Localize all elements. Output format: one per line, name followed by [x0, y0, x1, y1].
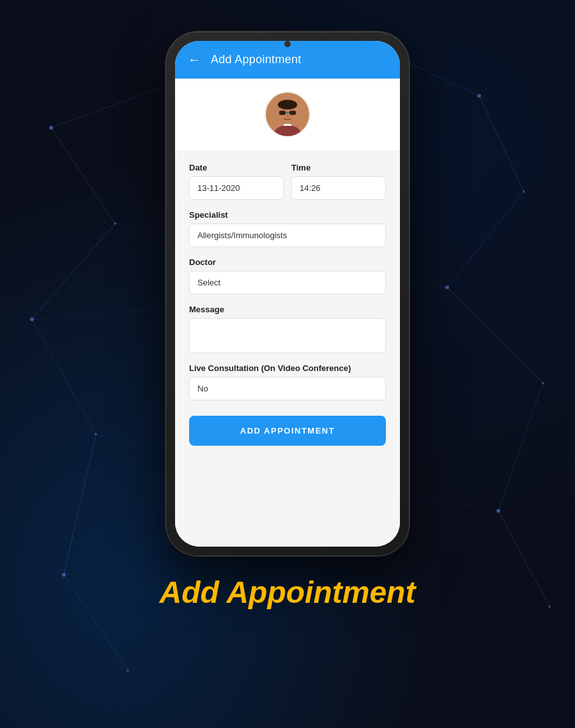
svg-point-6: [477, 94, 481, 98]
phone-shell: ← Add Appointment: [166, 32, 409, 556]
consultation-select[interactable]: No Yes: [189, 377, 386, 400]
doctor-group: Doctor Select: [189, 257, 386, 294]
svg-line-17: [64, 434, 96, 575]
phone-device: ← Add Appointment: [166, 32, 409, 556]
svg-point-8: [445, 285, 449, 289]
consultation-group: Live Consultation (On Video Conference) …: [189, 363, 386, 400]
svg-line-14: [51, 128, 115, 224]
svg-point-7: [523, 190, 525, 193]
svg-point-5: [126, 669, 129, 672]
back-button[interactable]: ←: [188, 52, 201, 67]
date-label: Date: [189, 163, 284, 172]
time-group: Time: [291, 163, 386, 200]
add-appointment-button[interactable]: ADD APPOINTMENT: [189, 416, 386, 446]
doctor-select[interactable]: Select: [189, 271, 386, 294]
svg-rect-37: [289, 110, 296, 115]
avatar: [264, 91, 310, 137]
svg-point-3: [95, 433, 97, 436]
svg-rect-36: [279, 110, 286, 115]
svg-line-22: [479, 96, 524, 192]
date-input[interactable]: [189, 176, 284, 200]
svg-point-10: [496, 509, 500, 513]
svg-point-39: [286, 114, 289, 118]
phone-screen: ← Add Appointment: [175, 41, 400, 547]
doctor-label: Doctor: [189, 257, 386, 267]
date-group: Date: [189, 163, 284, 200]
consultation-label: Live Consultation (On Video Conference): [189, 363, 386, 373]
specialist-group: Specialist: [189, 210, 386, 247]
svg-point-11: [548, 605, 551, 608]
time-input[interactable]: [291, 176, 386, 200]
specialist-input[interactable]: [189, 224, 386, 247]
message-label: Message: [189, 305, 386, 314]
svg-line-15: [32, 224, 115, 319]
svg-point-9: [542, 382, 544, 384]
svg-point-35: [278, 100, 297, 109]
page-title-bottom: Add Appointment: [160, 575, 416, 610]
app-header: ← Add Appointment: [175, 41, 400, 79]
svg-line-23: [447, 192, 524, 287]
svg-line-26: [498, 511, 549, 607]
svg-line-24: [447, 287, 543, 383]
specialist-label: Specialist: [189, 210, 386, 220]
svg-point-1: [114, 222, 116, 225]
message-group: Message: [189, 305, 386, 353]
date-time-row: Date Time: [189, 163, 386, 200]
svg-point-0: [49, 126, 53, 130]
svg-line-25: [498, 383, 543, 511]
svg-line-16: [32, 319, 96, 434]
svg-point-2: [30, 317, 34, 321]
form-area: Date Time Specialist Doctor: [175, 150, 400, 547]
svg-point-4: [62, 573, 66, 577]
message-textarea[interactable]: [189, 318, 386, 353]
time-label: Time: [291, 163, 386, 172]
profile-card: [175, 79, 400, 150]
header-title: Add Appointment: [211, 53, 302, 66]
svg-line-18: [64, 575, 128, 671]
